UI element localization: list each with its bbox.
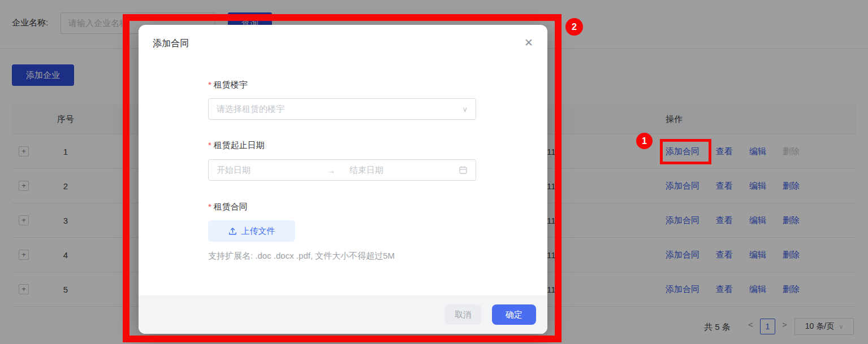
annotation-step-1-badge: 1 bbox=[636, 133, 653, 149]
annotation-step-2-badge: 2 bbox=[565, 18, 583, 36]
app-canvas: 企业名称: 请输入企业名称 查询 添加企业 序号 操作 + 1 11 添加合同 … bbox=[0, 0, 868, 344]
annotation-box-add-contract bbox=[660, 139, 711, 164]
annotation-box-modal bbox=[123, 14, 562, 342]
